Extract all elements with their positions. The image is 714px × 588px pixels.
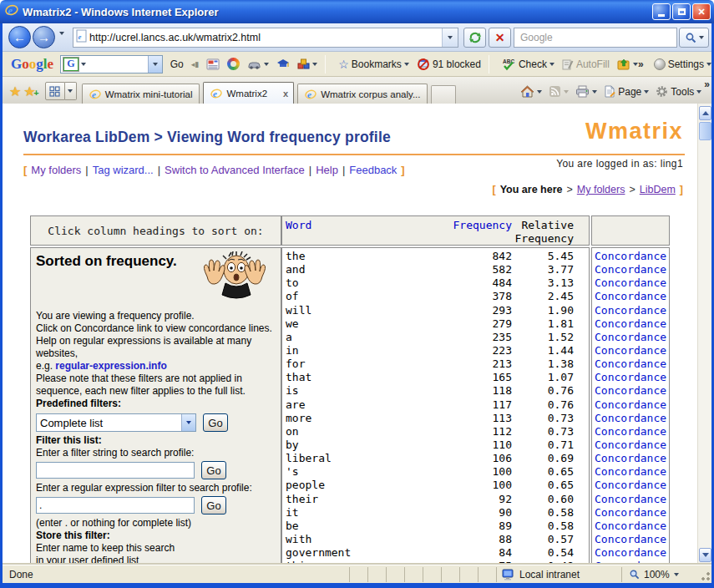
concordance-link[interactable]: Concordance <box>595 263 666 276</box>
add-favorite-button[interactable]: ★+ <box>23 84 35 99</box>
forward-button[interactable]: → <box>33 26 55 48</box>
concordance-link[interactable]: Concordance <box>595 506 666 519</box>
nav-link[interactable]: | <box>309 164 311 176</box>
back-button[interactable]: ← <box>8 26 31 48</box>
tab-list-dropdown-icon[interactable] <box>65 82 77 100</box>
concordance-link[interactable]: Concordance <box>595 317 666 330</box>
send-to-dropdown-icon[interactable] <box>264 63 269 66</box>
tab-close-icon[interactable]: x <box>283 89 288 99</box>
concordance-link[interactable]: Concordance <box>595 398 666 411</box>
g-dropdown-icon[interactable] <box>81 63 86 66</box>
breadcrumb-item[interactable]: My folders <box>577 184 625 195</box>
sort-by-frequency-link[interactable]: Frequency <box>403 219 512 232</box>
breadcrumb-item[interactable]: > <box>566 184 572 195</box>
orkut-swirl-icon[interactable] <box>227 58 240 70</box>
news-icon[interactable] <box>206 58 220 70</box>
nav-link[interactable]: | <box>158 164 160 176</box>
concordance-link[interactable]: Concordance <box>595 304 666 317</box>
search-button[interactable] <box>679 28 709 48</box>
toolbar-overflow-chevron[interactable]: » <box>638 58 642 70</box>
sort-by-word-link[interactable]: Word <box>282 219 403 232</box>
concordance-link[interactable]: Concordance <box>595 371 666 383</box>
settings-button[interactable]: Settings <box>654 58 711 70</box>
search-input[interactable] <box>519 31 676 44</box>
close-button[interactable]: ✕ <box>692 3 711 20</box>
nav-link[interactable]: [ <box>23 164 27 176</box>
command-overflow-chevron[interactable]: » <box>704 79 708 90</box>
gallery-dropdown-icon[interactable] <box>312 63 317 66</box>
url-input[interactable] <box>88 31 442 44</box>
browser-tab[interactable]: e Wmatrix corpus analy... x <box>297 84 428 104</box>
send-to-icon[interactable] <box>247 59 269 69</box>
scrollbar-thumb[interactable] <box>699 122 711 140</box>
new-tab-stub[interactable] <box>431 85 456 104</box>
concordance-link[interactable]: Concordance <box>595 331 666 343</box>
concordance-link[interactable]: Concordance <box>595 290 666 302</box>
address-field[interactable]: e <box>73 28 458 48</box>
concordance-link[interactable]: Concordance <box>595 465 666 478</box>
popup-blocker-button[interactable]: 91 blocked <box>417 58 481 70</box>
breadcrumb-item[interactable]: You are here <box>500 184 563 195</box>
concordance-link[interactable]: Concordance <box>595 250 666 262</box>
maximize-button[interactable] <box>672 3 691 20</box>
collapse-handle-icon[interactable]: ◂▮ <box>191 60 199 68</box>
bookmarks-button[interactable]: ☆ Bookmarks <box>338 58 409 71</box>
address-dropdown-icon[interactable] <box>442 28 458 47</box>
concordance-link[interactable]: Concordance <box>595 412 666 424</box>
concordance-link[interactable]: Concordance <box>595 452 666 464</box>
concordance-link[interactable]: Concordance <box>595 546 666 559</box>
quick-tabs-button[interactable] <box>45 82 65 100</box>
concordance-link[interactable]: Concordance <box>595 384 666 397</box>
concordance-link[interactable]: Concordance <box>595 479 666 491</box>
nav-link[interactable]: ] <box>401 164 404 176</box>
favorites-center-button[interactable]: ★ <box>9 84 21 99</box>
breadcrumb-item[interactable]: LibDem <box>640 184 676 195</box>
concordance-link[interactable]: Concordance <box>595 344 666 357</box>
refresh-button[interactable] <box>463 28 486 48</box>
page-menu-button[interactable]: Page <box>601 84 651 99</box>
concordance-link[interactable]: Concordance <box>595 520 666 532</box>
nav-link[interactable]: Feedback <box>349 164 397 176</box>
button-gallery-icon[interactable] <box>297 58 317 70</box>
nav-link[interactable]: | <box>85 164 88 176</box>
highlight-button[interactable] <box>617 58 638 70</box>
toolbar-search-box[interactable] <box>514 28 677 48</box>
breadcrumb-item[interactable]: [ <box>492 184 495 195</box>
spellcheck-button[interactable]: ABC Check <box>502 58 554 71</box>
regex-filter-input[interactable] <box>36 497 195 514</box>
scroll-down-icon[interactable] <box>699 548 711 562</box>
breadcrumb-item[interactable]: ] <box>680 184 683 195</box>
nav-link[interactable]: Tag wizard... <box>93 164 154 176</box>
tools-menu-button[interactable]: Tools <box>653 84 704 99</box>
nav-link[interactable]: Help <box>316 164 338 176</box>
concordance-link[interactable]: Concordance <box>595 493 666 505</box>
breadcrumb-item[interactable]: > <box>629 184 635 195</box>
nav-link[interactable]: Switch to Advanced Interface <box>165 164 305 176</box>
scroll-up-icon[interactable] <box>699 106 711 120</box>
nav-link[interactable]: My folders <box>31 164 81 176</box>
nav-link[interactable]: | <box>342 164 345 176</box>
minimize-button[interactable] <box>652 3 671 20</box>
concordance-link[interactable]: Concordance <box>595 276 666 289</box>
google-search-combo[interactable]: G <box>60 55 163 74</box>
browser-tab[interactable]: e Wmatrix2 x <box>203 82 294 104</box>
predefined-filter-select[interactable]: Complete list <box>36 413 196 432</box>
zoom-control[interactable]: 100% <box>621 567 698 582</box>
regex-info-link[interactable]: regular-expression.info <box>55 360 166 372</box>
home-button[interactable] <box>518 84 544 99</box>
concordance-link[interactable]: Concordance <box>595 533 666 545</box>
concordance-link[interactable]: Concordance <box>595 438 666 451</box>
concordance-link[interactable]: Concordance <box>595 357 666 370</box>
browser-tab[interactable]: e Wmatrix mini-tutorial x <box>82 84 200 104</box>
vertical-scrollbar[interactable] <box>697 104 711 565</box>
combo-dropdown-icon[interactable] <box>148 56 162 73</box>
predefined-go-button[interactable]: Go <box>203 413 228 432</box>
resize-grip[interactable] <box>698 567 711 582</box>
filter-string-input[interactable] <box>36 462 195 479</box>
google-go-button[interactable]: Go <box>170 58 184 70</box>
scholar-icon[interactable] <box>276 58 290 69</box>
print-button[interactable] <box>573 84 600 99</box>
history-dropdown-icon[interactable] <box>59 35 64 50</box>
filter-string-go-button[interactable]: Go <box>201 461 226 479</box>
select-dropdown-icon[interactable] <box>181 414 195 431</box>
